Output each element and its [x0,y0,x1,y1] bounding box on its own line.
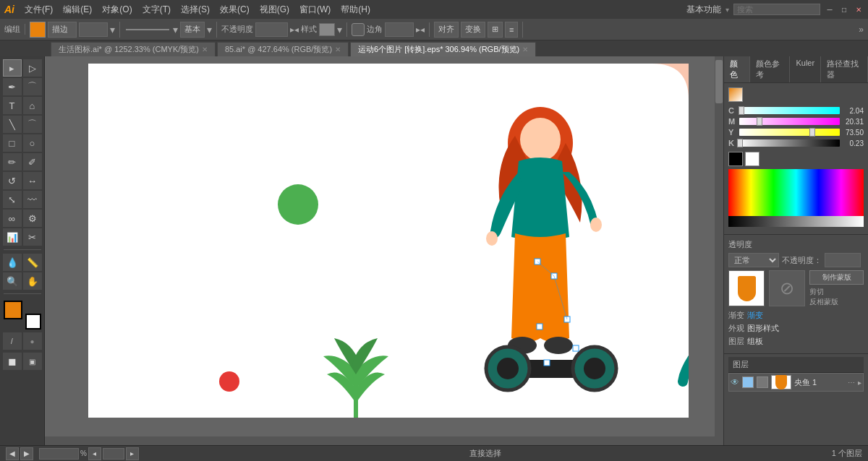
menu-select[interactable]: 选择(S) [176,2,214,17]
tab-0[interactable]: 生活图标.ai* @ 1252.33% (CMYK/预览) ✕ [51,42,216,56]
menu-edit[interactable]: 编辑(E) [59,2,96,17]
vertical-scrollbar[interactable] [715,56,723,445]
extra-btn2[interactable]: ≡ [505,22,518,38]
base-button[interactable]: 基本 [180,22,205,38]
tab-2[interactable]: 运动6个图片 [转换].eps* 306.94% (RGB/预览) ✕ [350,42,536,56]
line-tool[interactable]: ╲ [3,116,22,133]
gradient-fill-btn[interactable]: ▣ [23,353,42,370]
eyedropper-tool[interactable]: 💧 [3,254,22,271]
measure-tool[interactable]: 📏 [23,254,42,271]
align-button[interactable]: 对齐 [434,22,459,38]
symbol-tool[interactable]: ⚙ [23,210,42,227]
status-left-btn[interactable]: ◀ [6,447,19,460]
menu-help[interactable]: 帮助(H) [336,2,375,17]
tab-pathfinder[interactable]: 路径查找器 [821,56,868,82]
tab-2-close[interactable]: ✕ [522,46,528,53]
black-swatch[interactable] [728,152,743,166]
zoom-down-btn[interactable]: ◂ [88,447,101,460]
type-tool[interactable]: T [3,97,22,114]
status-right-btn[interactable]: ▶ [20,447,33,460]
menu-file[interactable]: 文件(F) [20,2,57,17]
rect-tool[interactable]: □ [3,134,22,152]
tab-0-close[interactable]: ✕ [202,46,208,53]
slider-k-track[interactable] [739,139,840,147]
column-graph-tool[interactable]: 📊 [3,228,22,246]
ellipse-tool[interactable]: ○ [23,134,42,152]
rotate-tool[interactable]: ↺ [3,172,22,189]
layer-more-icon[interactable]: ⋯ [848,379,855,387]
swatch-btn[interactable]: ◼ [3,353,22,370]
minimize-button[interactable]: ─ [825,4,835,14]
horizontal-scrollbar[interactable] [45,436,715,445]
fill-swatch[interactable] [4,301,22,319]
layer-expand-icon[interactable]: ▸ [858,379,861,387]
arc-tool[interactable]: ⌒ [23,116,42,133]
menu-effect[interactable]: 效果(C) [216,2,254,17]
blend-tool[interactable]: ∞ [3,210,22,227]
pen-tool[interactable]: ✒ [3,78,22,95]
toolbar-corner: 边角 0 px ▸◂ [352,22,430,37]
slider-m-track[interactable] [739,118,840,125]
direct-select-tool[interactable]: ▷ [23,59,42,77]
menu-text[interactable]: 文字(T) [138,2,175,17]
layer-lock-box[interactable] [757,376,768,388]
slider-c-track[interactable] [739,107,840,114]
make-mask-button[interactable]: 制作蒙版 [809,270,864,285]
tab-1-close[interactable]: ✕ [335,46,341,53]
none-fill-btn[interactable]: / [3,332,22,350]
warp-tool[interactable]: 〰 [23,191,42,208]
fill-color-swatch[interactable] [30,22,46,38]
transform-button[interactable]: 变换 [461,22,485,38]
slider-y-thumb[interactable] [809,128,815,137]
opacity-input[interactable]: 100% [255,22,288,37]
slider-m-thumb[interactable] [757,117,762,126]
layer-visibility-icon[interactable]: 👁 [731,377,739,387]
slider-k-thumb[interactable] [737,139,743,147]
style-swatch[interactable] [319,23,335,36]
color-mode-btn[interactable]: ● [23,332,42,350]
extra-btn1[interactable]: ⊞ [488,22,503,38]
reflect-tool[interactable]: ↔ [23,172,42,189]
page-input[interactable]: 1 [103,448,124,460]
stroke-swatch[interactable] [25,314,41,329]
zoom-up-btn[interactable]: ▸ [126,447,139,460]
tab-color-ref[interactable]: 颜色参考 [750,56,790,82]
corner-label: 边角 [367,24,383,35]
menu-view[interactable]: 视图(G) [255,2,294,17]
pencil-tool[interactable]: ✐ [23,153,42,171]
paintbrush-tool[interactable]: ✏ [3,153,22,171]
tab-color[interactable]: 颜色 [724,56,750,82]
slice-tool[interactable]: ✂ [23,228,42,246]
slider-y-track[interactable] [739,129,840,136]
white-swatch[interactable] [745,152,760,166]
search-input[interactable] [733,4,820,15]
close-button[interactable]: ✕ [854,4,864,14]
layer-color-box [742,376,754,388]
scale-tool[interactable]: ⤡ [3,191,22,208]
selection-tool[interactable]: ▸ [3,59,22,77]
zoom-tool[interactable]: 🔍 [3,272,22,290]
corner-input[interactable]: 0 px [385,22,414,37]
opacity-input[interactable]: 100% [825,253,861,267]
color-spectrum[interactable] [728,169,864,227]
curvature-tool[interactable]: ⌒ [23,78,42,95]
menu-window[interactable]: 窗口(W) [295,2,335,17]
v-scroll-thumb[interactable] [715,60,723,103]
tab-1[interactable]: 85.ai* @ 427.64% (RGB/预览) ✕ [217,42,349,56]
mask-thumb[interactable] [728,270,765,306]
blend-mode-select[interactable]: 正常 [728,253,779,267]
stroke-button[interactable]: 描边 [48,22,77,38]
workspace-expand-icon[interactable]: ▾ [726,6,729,14]
menu-object[interactable]: 对象(O) [98,2,136,17]
toolbar-expand[interactable]: » [859,25,864,35]
tab-kuler[interactable]: Kuler [790,56,821,82]
zoom-input[interactable]: 306.94 [39,448,79,460]
stroke-input[interactable] [79,22,108,37]
canvas-area[interactable]: ↖ [45,56,723,445]
hand-tool[interactable]: ✋ [23,272,42,290]
restore-button[interactable]: □ [839,4,849,14]
no-mask-icon[interactable] [769,270,805,306]
layer-item-0[interactable]: 👁 央鱼 1 ⋯ ▸ [728,373,864,392]
slider-c-thumb[interactable] [739,106,744,115]
touch-tool[interactable]: ⌂ [23,97,42,114]
